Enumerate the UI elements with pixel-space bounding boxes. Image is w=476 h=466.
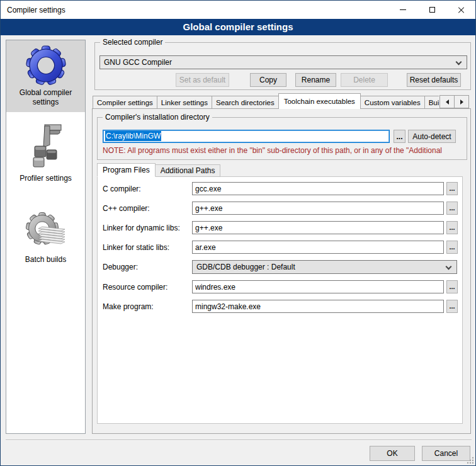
selected-compiler-group-title: Selected compiler — [100, 38, 165, 47]
sidebar-item-global-compiler-settings[interactable]: Global compiler settings — [6, 40, 85, 112]
tab-search-directories[interactable]: Search directories — [212, 96, 279, 109]
install-dir-selected-text: C:\raylib\MinGW — [105, 131, 161, 141]
tab-compiler-settings[interactable]: Compiler settings — [93, 96, 157, 109]
batch-builds-icon — [26, 210, 66, 253]
debugger-selected-value: GDB/CDB debugger : Default — [196, 261, 443, 274]
c-compiler-input[interactable] — [192, 182, 444, 195]
static-libs-linker-label: Linker for static libs: — [103, 243, 169, 252]
sidebar-item-label: Profiler settings — [8, 174, 84, 183]
cpp-compiler-input[interactable] — [192, 202, 444, 215]
make-program-input[interactable] — [192, 300, 444, 313]
tab-custom-variables[interactable]: Custom variables — [360, 96, 425, 109]
reset-defaults-button[interactable]: Reset defaults — [407, 73, 461, 87]
titlebar: Compiler settings — [1, 1, 475, 19]
resource-compiler-browse-button[interactable]: ... — [446, 280, 458, 293]
close-icon — [458, 6, 465, 13]
chevron-down-icon — [456, 59, 462, 65]
c-compiler-label: C compiler: — [103, 185, 141, 193]
tab-toolchain-executables[interactable]: Toolchain executables — [278, 93, 361, 109]
c-compiler-browse-button[interactable]: ... — [446, 182, 458, 195]
debugger-select[interactable]: GDB/CDB debugger : Default — [192, 260, 457, 274]
field-row-make-program: Make program:... — [98, 300, 462, 314]
install-dir-input[interactable]: C:\raylib\MinGW — [103, 130, 390, 143]
sidebar-item-label: Global compiler settings — [8, 88, 84, 107]
field-row-c-compiler: C compiler:... — [98, 182, 462, 196]
footer-separator — [6, 440, 472, 441]
resource-compiler-input[interactable] — [192, 280, 444, 293]
sidebar-item-batch-builds[interactable]: Batch builds — [6, 205, 85, 270]
delete-button[interactable]: Delete — [341, 73, 388, 87]
chevron-down-icon — [446, 264, 452, 270]
ok-button[interactable]: OK — [370, 446, 415, 461]
subtab-program-files[interactable]: Program Files — [97, 163, 156, 177]
selected-compiler-group: Selected compiler GNU GCC Compiler Set a… — [94, 42, 471, 90]
copy-button[interactable]: Copy — [250, 73, 286, 87]
install-dir-browse-button[interactable]: ... — [394, 130, 405, 143]
tab-linker-settings[interactable]: Linker settings — [157, 96, 212, 109]
compiler-select[interactable]: GNU GCC Compiler — [99, 55, 467, 69]
rename-button[interactable]: Rename — [295, 73, 336, 87]
compiler-settings-dialog: Compiler settings Global compiler settin… — [0, 0, 476, 466]
cpp-compiler-browse-button[interactable]: ... — [446, 202, 458, 215]
tab-scroll-left-button[interactable] — [439, 95, 455, 108]
tab-scroll-right-button[interactable] — [454, 95, 469, 108]
install-dir-note: NOTE: All programs must exist either in … — [103, 146, 465, 155]
close-button[interactable] — [446, 1, 475, 19]
field-row-debugger: Debugger:GDB/CDB debugger : Default — [98, 260, 462, 275]
field-row-static-libs-linker: Linker for static libs:... — [98, 241, 462, 255]
installation-directory-group: Compiler's installation directory C:\ray… — [97, 117, 467, 160]
cancel-button[interactable]: Cancel — [422, 446, 470, 461]
sidebar-item-profiler-settings[interactable]: Profiler settings — [6, 118, 85, 188]
arrow-left-icon — [443, 99, 449, 105]
static-libs-linker-browse-button[interactable]: ... — [446, 241, 458, 254]
minimize-icon — [400, 9, 406, 10]
maximize-icon — [429, 7, 435, 13]
arrow-right-icon — [460, 99, 466, 105]
compiler-selected-value: GNU GCC Compiler — [104, 56, 453, 69]
caption-buttons — [388, 1, 475, 19]
static-libs-linker-input[interactable] — [192, 241, 444, 254]
program-files-page: C compiler:...C++ compiler:...Linker for… — [97, 176, 463, 424]
field-row-resource-compiler: Resource compiler:... — [98, 280, 462, 295]
program-files-tabstrip: Program Files Additional Paths — [97, 163, 220, 177]
dynamic-libs-linker-browse-button[interactable]: ... — [446, 221, 458, 234]
autodetect-button[interactable]: Auto-detect — [408, 130, 456, 143]
resize-grip[interactable] — [467, 457, 474, 464]
gear-icon — [26, 45, 66, 86]
window-title: Compiler settings — [1, 6, 65, 14]
tab-build[interactable]: Build — [424, 96, 439, 109]
dynamic-libs-linker-input[interactable] — [192, 221, 444, 234]
set-as-default-button[interactable]: Set as default — [176, 73, 229, 87]
field-row-dynamic-libs-linker: Linker for dynamic libs:... — [98, 221, 462, 236]
caliper-icon — [26, 123, 66, 171]
settings-category-list: Global compiler settings Profiler settin… — [6, 40, 86, 434]
make-program-browse-button[interactable]: ... — [446, 300, 458, 313]
make-program-label: Make program: — [103, 302, 154, 311]
resource-compiler-label: Resource compiler: — [103, 283, 167, 292]
subtab-additional-paths[interactable]: Additional Paths — [155, 164, 221, 177]
field-row-cpp-compiler: C++ compiler:... — [98, 202, 462, 216]
toolchain-executables-page: Compiler's installation directory C:\ray… — [92, 108, 471, 434]
main-tabstrip: Compiler settingsLinker settingsSearch d… — [93, 93, 439, 109]
tab-scroll-arrows — [440, 95, 469, 108]
debugger-label: Debugger: — [103, 263, 138, 271]
installation-directory-group-title: Compiler's installation directory — [103, 113, 212, 122]
minimize-button[interactable] — [388, 1, 417, 19]
dialog-header: Global compiler settings — [1, 19, 475, 35]
maximize-button[interactable] — [417, 1, 446, 19]
sidebar-item-label: Batch builds — [8, 255, 84, 264]
cpp-compiler-label: C++ compiler: — [103, 204, 150, 213]
dynamic-libs-linker-label: Linker for dynamic libs: — [103, 224, 180, 232]
